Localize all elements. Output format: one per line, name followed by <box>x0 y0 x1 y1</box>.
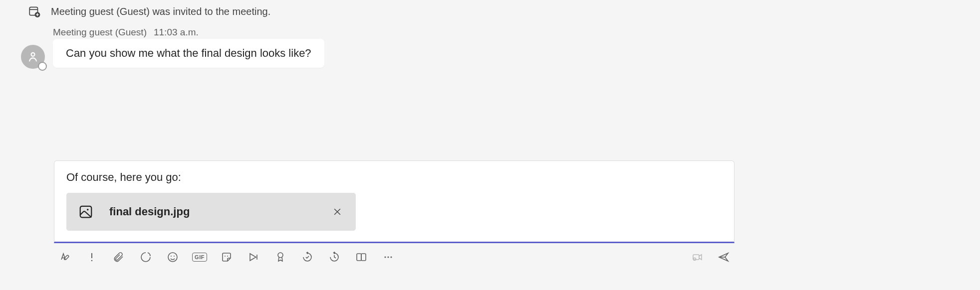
svg-point-5 <box>91 260 93 262</box>
svg-point-18 <box>694 258 696 261</box>
svg-point-9 <box>225 256 226 257</box>
praise-button[interactable] <box>273 250 287 264</box>
video-clip-button[interactable] <box>691 250 705 264</box>
viva-button[interactable] <box>354 250 368 264</box>
format-button[interactable] <box>58 250 72 264</box>
svg-point-8 <box>174 256 175 257</box>
attachment-filename: final design.jpg <box>109 205 190 218</box>
svg-point-10 <box>227 256 228 257</box>
emoji-button[interactable] <box>166 250 180 264</box>
svg-point-7 <box>171 256 172 257</box>
svg-point-14 <box>384 256 386 258</box>
presence-indicator <box>38 62 47 71</box>
importance-button[interactable] <box>85 250 99 264</box>
composer-text[interactable]: Of course, here you go: <box>66 171 722 184</box>
gif-button[interactable]: GIF <box>193 250 207 264</box>
svg-point-2 <box>31 53 35 56</box>
loop-button[interactable] <box>139 250 153 264</box>
image-icon <box>78 204 93 219</box>
svg-point-6 <box>168 253 177 262</box>
system-message-row: Meeting guest (Guest) was invited to the… <box>0 5 980 27</box>
chat-area: Meeting guest (Guest) was invited to the… <box>0 0 980 70</box>
avatar[interactable] <box>21 45 46 70</box>
message-sender: Meeting guest (Guest) <box>53 27 147 38</box>
sticker-button[interactable] <box>220 250 234 264</box>
system-message-text: Meeting guest (Guest) was invited to the… <box>51 6 270 17</box>
svg-point-16 <box>390 256 392 258</box>
updates-button[interactable] <box>327 250 341 264</box>
attachment-chip[interactable]: final design.jpg <box>66 193 356 231</box>
stream-button[interactable] <box>246 250 260 264</box>
svg-point-15 <box>387 256 389 258</box>
composer-region: Of course, here you go: final design.jpg <box>54 160 735 264</box>
svg-point-4 <box>87 209 89 211</box>
message-bubble[interactable]: Can you show me what the final design lo… <box>53 39 324 68</box>
message-row: Meeting guest (Guest) 11:03 a.m. Can you… <box>0 27 980 70</box>
approvals-button[interactable] <box>300 250 314 264</box>
svg-point-11 <box>278 253 283 258</box>
remove-attachment-button[interactable] <box>331 205 344 218</box>
more-actions-button[interactable] <box>381 250 395 264</box>
svg-rect-12 <box>357 254 361 261</box>
calendar-add-icon <box>28 5 41 18</box>
message-time: 11:03 a.m. <box>154 27 199 38</box>
message-body: Can you show me what the final design lo… <box>66 47 311 59</box>
svg-rect-13 <box>361 254 366 261</box>
message-header: Meeting guest (Guest) 11:03 a.m. <box>53 27 324 39</box>
send-button[interactable] <box>717 250 731 264</box>
attach-button[interactable] <box>112 250 126 264</box>
composer-toolbar: GIF <box>54 243 735 264</box>
message-composer[interactable]: Of course, here you go: final design.jpg <box>54 160 735 243</box>
